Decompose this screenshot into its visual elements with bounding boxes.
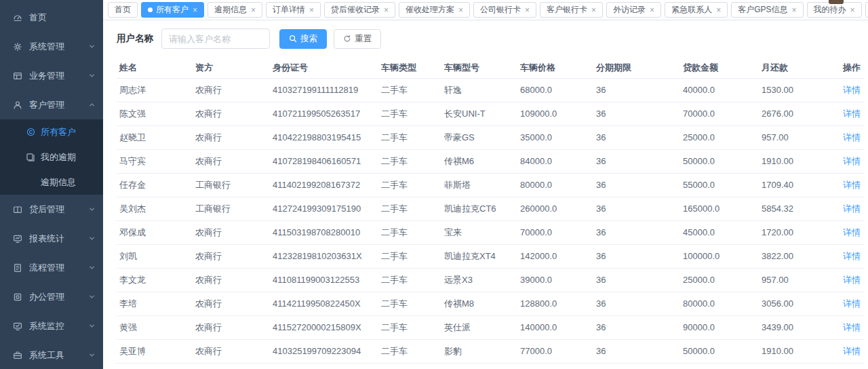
tab-collection-records[interactable]: 贷后催收记录× xyxy=(324,2,395,18)
search-input[interactable] xyxy=(161,28,270,49)
detail-link[interactable]: 详情 xyxy=(843,180,861,190)
sidebar-item-customer-mgmt[interactable]: 客户管理 xyxy=(0,90,103,119)
close-icon[interactable]: × xyxy=(384,6,389,14)
tab-home[interactable]: 首页 xyxy=(108,2,138,18)
detail-link[interactable]: 详情 xyxy=(843,132,861,142)
tab-label: 催收处理方案 xyxy=(406,4,454,16)
refresh-icon xyxy=(343,35,351,43)
table-cell: 410325199709223094 xyxy=(270,339,378,363)
chevron-down-icon xyxy=(88,206,96,214)
reset-button[interactable]: 重置 xyxy=(334,29,381,49)
detail-link[interactable]: 详情 xyxy=(843,298,861,309)
sidebar-item-all-customers[interactable]: 所有客户 xyxy=(0,119,103,144)
table-row: 赵晓卫农商行410422198803195415二手车帝豪GS35000.036… xyxy=(117,125,865,149)
table-cell: 邓保成 xyxy=(117,220,193,244)
sidebar-item-overdue-info[interactable]: 逾期信息 xyxy=(0,170,103,195)
table-cell: 36 xyxy=(593,339,680,363)
table-cell: 70000.0 xyxy=(517,220,593,244)
sidebar-item-system-tools[interactable]: 系统工具 xyxy=(0,341,103,369)
close-icon[interactable]: × xyxy=(309,6,314,14)
search-button[interactable]: 搜索 xyxy=(279,29,327,49)
close-icon[interactable]: × xyxy=(850,6,855,14)
search-form: 用户名称 搜索 xyxy=(117,28,856,49)
chevron-down-icon xyxy=(88,322,96,330)
table-cell: 帝豪GS xyxy=(441,125,517,149)
detail-link[interactable]: 详情 xyxy=(843,203,861,214)
table-cell: 长安UNI-T xyxy=(441,102,517,125)
sidebar-item-label: 办公管理 xyxy=(29,291,88,303)
table-cell: 410327199111112819 xyxy=(270,78,378,102)
table-cell: 吴刘杰 xyxy=(117,197,193,220)
table-cell: 二手车 xyxy=(378,363,441,369)
tab-bar: 首页所有客户×逾期信息×订单详情×贷后催收记录×催收处理方案×公司银行卡×客户银… xyxy=(103,0,868,20)
tab-collection-plan[interactable]: 催收处理方案× xyxy=(399,2,470,18)
table-cell: 二手车 xyxy=(378,244,441,268)
sidebar-item-label: 报表统计 xyxy=(29,233,88,245)
table-cell: 农商行 xyxy=(193,363,270,369)
column-header: 资方 xyxy=(193,58,270,78)
detail-link[interactable]: 详情 xyxy=(843,322,861,332)
table-cell: 410323199210105532 xyxy=(270,363,378,369)
table-cell-actions: 详情 xyxy=(840,268,865,292)
sidebar-item-office-mgmt[interactable]: 办公管理 xyxy=(0,282,103,311)
sidebar-item-my-overdue[interactable]: 我的逾期 xyxy=(0,144,103,170)
close-icon[interactable]: × xyxy=(791,6,796,14)
table-cell: 410728198406160571 xyxy=(270,149,378,173)
sidebar-item-system-monitor[interactable]: 系统监控 xyxy=(0,311,103,341)
sidebar-item-label: 流程管理 xyxy=(29,262,88,274)
table-cell: 凯迪拉克XT4 xyxy=(441,244,517,268)
gear-icon xyxy=(12,41,23,52)
detail-link[interactable]: 详情 xyxy=(843,109,861,119)
table-cell-actions: 详情 xyxy=(840,173,865,197)
tab-visit-records[interactable]: 外访记录× xyxy=(606,2,661,18)
sidebar-item-home[interactable]: 首页 xyxy=(0,3,103,32)
sidebar-item-label: 我的逾期 xyxy=(41,151,96,163)
detail-link[interactable]: 详情 xyxy=(843,156,861,166)
tab-company-bank-card[interactable]: 公司银行卡× xyxy=(473,2,536,18)
close-icon[interactable]: × xyxy=(650,6,654,14)
table-cell: 传祺M6 xyxy=(441,149,517,173)
tab-all-customers[interactable]: 所有客户× xyxy=(141,2,204,18)
detail-link[interactable]: 详情 xyxy=(843,275,861,285)
detail-link[interactable]: 详情 xyxy=(843,251,861,261)
tab-order-detail[interactable]: 订单详情× xyxy=(266,2,321,18)
table-cell: 二手车 xyxy=(378,149,441,173)
tab-my-flow[interactable]: 我的流程× xyxy=(865,2,868,18)
close-icon[interactable]: × xyxy=(591,6,596,14)
sidebar-item-business-mgmt[interactable]: 业务管理 xyxy=(0,61,103,90)
table-cell: 412724199309175190 xyxy=(270,197,378,220)
table-row: 李文龙农商行411081199003122553二手车远景X339000.036… xyxy=(117,268,865,292)
close-icon[interactable]: × xyxy=(458,6,463,14)
sidebar-item-label: 首页 xyxy=(29,12,96,24)
table-cell: 55000.0 xyxy=(680,173,759,197)
table-cell: 36 xyxy=(593,197,680,220)
table-cell: 36 xyxy=(593,78,680,102)
tab-emergency-contacts[interactable]: 紧急联系人× xyxy=(665,2,728,18)
sidebar-item-postloan-mgmt[interactable]: 贷后管理 xyxy=(0,195,103,224)
tab-label: 首页 xyxy=(115,4,131,16)
sidebar-item-process-mgmt[interactable]: 流程管理 xyxy=(0,253,103,282)
tab-customer-bank-card[interactable]: 客户银行卡× xyxy=(540,2,603,18)
table-cell: 刘凯 xyxy=(117,244,193,268)
dashboard-icon xyxy=(12,12,23,23)
table-cell: 90000.0 xyxy=(680,315,759,339)
close-icon[interactable]: × xyxy=(193,6,197,14)
sidebar-item-system-mgmt[interactable]: 系统管理 xyxy=(0,32,103,61)
detail-link[interactable]: 详情 xyxy=(843,227,861,237)
table-cell: 农商行 xyxy=(193,315,270,339)
table-cell: 3056.00 xyxy=(759,292,840,315)
sidebar-item-report-stats[interactable]: 报表统计 xyxy=(0,224,103,253)
table-cell: 36 xyxy=(593,173,680,197)
table-row: 李培农商行41142119950822450X二手车传祺M8128800.036… xyxy=(117,292,865,315)
detail-link[interactable]: 详情 xyxy=(843,85,861,95)
table-cell: 36 xyxy=(593,268,680,292)
close-icon[interactable]: × xyxy=(251,6,256,14)
tab-my-todo[interactable]: 我的待办× xyxy=(807,2,862,18)
user-icon xyxy=(12,100,23,111)
tab-overdue-info[interactable]: 逾期信息× xyxy=(208,2,262,18)
detail-link[interactable]: 详情 xyxy=(843,346,861,356)
tab-customer-gps[interactable]: 客户GPS信息× xyxy=(731,2,803,18)
close-icon[interactable]: × xyxy=(716,6,721,14)
search-button-label: 搜索 xyxy=(300,33,317,45)
close-icon[interactable]: × xyxy=(525,6,530,14)
